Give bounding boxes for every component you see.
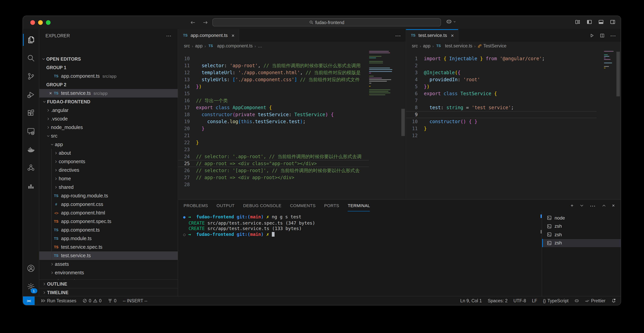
- breadcrumb-item-test.service.ts[interactable]: TStest.service.ts: [436, 43, 472, 48]
- status-item-forwarded-ports[interactable]: 0: [108, 297, 116, 305]
- close-icon[interactable]: ×: [612, 203, 615, 208]
- copilot-menu-button[interactable]: [446, 19, 456, 24]
- tree-item-app.component.spec.ts[interactable]: TSapp.component.spec.ts: [39, 217, 178, 226]
- layout-panel-icon[interactable]: [598, 19, 604, 25]
- tree-item-src[interactable]: src: [39, 132, 178, 140]
- breadcrumb-item-app[interactable]: app: [195, 43, 202, 48]
- open-editor-item-test.service.ts[interactable]: ×TStest.service.tssrc/app: [39, 89, 178, 97]
- scrollbar-thumb[interactable]: [616, 52, 620, 96]
- tree-item-app.module.ts[interactable]: TSapp.module.ts: [39, 234, 178, 243]
- tree-item-directives[interactable]: directives: [39, 166, 178, 174]
- more-icon[interactable]: ⋯: [395, 32, 401, 38]
- back-icon[interactable]: [190, 19, 196, 26]
- status-item-cursor-position[interactable]: Ln 9, Col 1: [460, 297, 482, 305]
- tree-item-app.component.ts[interactable]: TSapp.component.ts: [39, 226, 178, 234]
- activity-item-accounts[interactable]: [23, 259, 39, 278]
- breadcrumb-item-TestService[interactable]: TestService: [478, 43, 506, 48]
- editor-group-1[interactable]: TSapp.component.ts×⋯src›app›TSapp.compon…: [178, 29, 406, 199]
- status-item-prettier[interactable]: Prettier: [585, 297, 606, 305]
- minimap[interactable]: [369, 51, 394, 98]
- minimize-window-button[interactable]: [38, 20, 43, 25]
- tree-item-about[interactable]: about: [39, 149, 178, 157]
- layout-customize-icon[interactable]: [575, 19, 580, 25]
- panel-tab-terminal[interactable]: TERMINAL: [348, 200, 370, 211]
- status-item-eol[interactable]: LF: [532, 297, 537, 305]
- tree-item-app[interactable]: app: [39, 140, 178, 149]
- tree-item-FUDAO-FRONTEND[interactable]: FUDAO-FRONTEND: [39, 97, 178, 106]
- open-editors-header[interactable]: OPEN EDITORS: [39, 55, 178, 63]
- tab-test.service.ts[interactable]: TStest.service.ts×: [406, 29, 458, 41]
- tree-item-home[interactable]: home: [39, 174, 178, 183]
- activity-item-organization[interactable]: [23, 159, 39, 177]
- terminal-instance-zsh-3[interactable]: zsh: [542, 239, 621, 247]
- tab-app.component.ts[interactable]: TSapp.component.ts×: [178, 29, 239, 41]
- breadcrumb-item-src[interactable]: src: [412, 43, 418, 48]
- close-icon[interactable]: ×: [232, 32, 234, 38]
- tree-item-app.component.css[interactable]: #app.component.css: [39, 200, 178, 209]
- split-icon[interactable]: [600, 33, 605, 38]
- status-item-language[interactable]: {}TypeScript: [543, 297, 568, 305]
- activity-item-explorer[interactable]: [23, 31, 39, 49]
- forward-icon[interactable]: [202, 19, 209, 26]
- breadcrumb-item-app[interactable]: app: [423, 43, 430, 48]
- activity-item-extensions[interactable]: [23, 104, 39, 122]
- close-icon[interactable]: ×: [451, 32, 454, 38]
- terminal-instance-node-0[interactable]: node: [542, 214, 621, 222]
- breadcrumb-item-…[interactable]: …: [258, 43, 262, 48]
- status-item-remote-indicator[interactable]: ><: [23, 297, 34, 305]
- zoom-window-button[interactable]: [46, 20, 50, 25]
- activity-item-run-debug[interactable]: [23, 85, 39, 104]
- activity-item-settings[interactable]: 1: [23, 278, 39, 296]
- explorer-more-actions-icon[interactable]: ⋯: [166, 33, 172, 39]
- status-item-encoding[interactable]: UTF-8: [513, 297, 526, 305]
- panel-tab-comments[interactable]: COMMENTS: [290, 200, 316, 211]
- terminal-output[interactable]: ● → fudao-frontend git:(main) ✗ ng g s t…: [178, 211, 542, 297]
- open-editor-item-app.component.ts[interactable]: TSapp.component.tssrc/app: [39, 72, 178, 80]
- terminal-instance-zsh-2[interactable]: zsh: [542, 230, 621, 239]
- layout-sidebar-icon[interactable]: [586, 19, 592, 25]
- status-item-copilot-status[interactable]: [574, 297, 579, 305]
- play-icon[interactable]: [589, 33, 594, 38]
- chev-down-icon[interactable]: [579, 203, 584, 208]
- section-outline[interactable]: OUTLINE: [39, 279, 178, 288]
- more-icon[interactable]: ⋯: [610, 32, 616, 38]
- plus-icon[interactable]: +: [571, 203, 574, 208]
- status-item-indentation[interactable]: Spaces: 2: [488, 297, 508, 305]
- status-item-problems[interactable]: 00: [82, 297, 102, 305]
- tree-item-app.component.html[interactable]: <>app.component.html: [39, 209, 178, 217]
- status-item-vim-mode[interactable]: -- INSERT --: [123, 297, 148, 305]
- status-item-notifications[interactable]: [611, 297, 616, 305]
- tree-item-assets[interactable]: assets: [39, 260, 178, 269]
- panel-tab-debug-console[interactable]: DEBUG CONSOLE: [243, 200, 281, 211]
- tree-item-node_modules[interactable]: node_modules: [39, 123, 178, 132]
- tree-item-app-routing.module.ts[interactable]: TSapp-routing.module.ts: [39, 192, 178, 200]
- panel-tab-ports[interactable]: PORTS: [324, 200, 339, 211]
- activity-item-remote-explorer[interactable]: [23, 122, 39, 140]
- panel-tab-problems[interactable]: PROBLEMS: [184, 200, 208, 211]
- layout-secondary-icon[interactable]: [610, 19, 616, 25]
- close-icon[interactable]: ×: [48, 90, 53, 96]
- panel-tab-output[interactable]: OUTPUT: [216, 200, 234, 211]
- breadcrumb-item-src[interactable]: src: [184, 43, 190, 48]
- tree-item-shared[interactable]: shared: [39, 183, 178, 192]
- terminal-instance-zsh-1[interactable]: zsh: [542, 222, 621, 230]
- more-icon[interactable]: ⋯: [590, 203, 596, 208]
- activity-item-docker[interactable]: [23, 140, 39, 159]
- tree-item-test.service.spec.ts[interactable]: TStest.service.spec.ts: [39, 243, 178, 251]
- tree-item-.angular[interactable]: .angular: [39, 106, 178, 115]
- activity-item-search[interactable]: [23, 49, 39, 67]
- activity-item-stats[interactable]: [23, 177, 39, 195]
- scrollbar-thumb[interactable]: [401, 109, 405, 136]
- status-item-run-testcases[interactable]: Run Testcases: [41, 297, 76, 305]
- minimap[interactable]: [604, 51, 614, 71]
- tree-item-components[interactable]: components: [39, 157, 178, 166]
- section-timeline[interactable]: TIMELINE: [39, 288, 178, 297]
- editor-group-2[interactable]: TStest.service.ts×⋯src›app›TStest.servic…: [406, 29, 621, 199]
- breadcrumb-item-app.component.ts[interactable]: TSapp.component.ts: [208, 43, 252, 48]
- code-area[interactable]: 1import { Injectable } from '@angular/co…: [406, 50, 621, 199]
- tree-item-environments[interactable]: environments: [39, 269, 178, 277]
- chev-up-icon[interactable]: [602, 203, 606, 208]
- command-center-search[interactable]: fudao-frontend: [212, 18, 441, 26]
- tree-item-test.service.ts[interactable]: TStest.service.ts: [39, 251, 178, 260]
- activity-item-source-control[interactable]: [23, 67, 39, 85]
